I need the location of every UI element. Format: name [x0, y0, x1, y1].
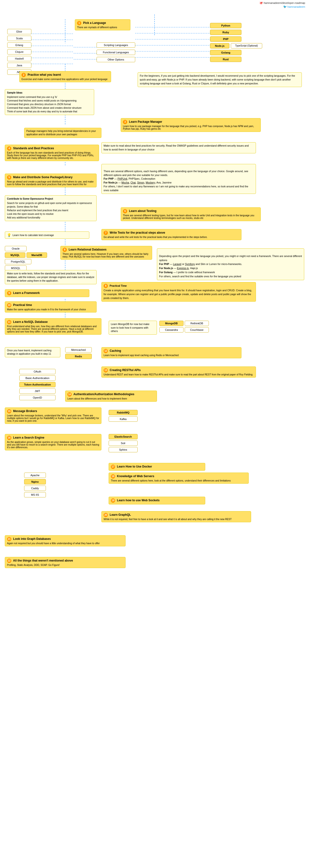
- opensource-title: Contribute to Some Opensource Project: [7, 197, 94, 200]
- step5-subtitle: Now go ahead and create a package and di…: [7, 180, 94, 186]
- step10-number: 10: [7, 303, 11, 307]
- step4-box: 4 Standards and Best Practices Each of t…: [5, 145, 99, 161]
- lang-erlang: Erlang: [7, 42, 31, 48]
- opensource-item-4: Add any additional functionality: [7, 216, 94, 219]
- step12-title: 12 Caching: [104, 349, 239, 353]
- twitter-icon: 🐦: [283, 5, 287, 8]
- step17-title: 17 Learn How to Use Docker: [111, 465, 203, 469]
- step13-number: 13: [104, 368, 108, 373]
- step9-box: 9 Learn a Framework: [5, 289, 89, 297]
- db-note: Make sure to write tests, follow the sta…: [7, 272, 94, 282]
- db-mysql: MySQL: [5, 252, 25, 258]
- step16-title: 16 Learn a Search Engine: [7, 436, 99, 440]
- step16-number: 16: [7, 436, 11, 440]
- step4-number: 4: [7, 146, 11, 151]
- db-mariadb: MariaDB: [27, 252, 47, 258]
- opensource-item-3: Look into the open issues and try to res…: [7, 212, 94, 216]
- step8-box: 8 Learn Relational Databases There are s…: [60, 246, 152, 260]
- search-sphinx: Sphinx: [109, 447, 138, 452]
- step20-number: 20: [104, 513, 108, 517]
- ws-nginx: Nginx: [24, 479, 46, 485]
- step16-box: 16 Learn a Search Engine As the applicat…: [5, 434, 102, 451]
- broker-options: RabbitMQ Kafka: [109, 410, 138, 422]
- db-note-box: Make sure to write tests, follow the sta…: [5, 270, 96, 284]
- sample-ideas-title: Sample Ideas: [7, 91, 92, 94]
- step19-title: 19 Learn how to use Web Sockets: [111, 498, 203, 503]
- step6-title: 6 Learn about Testing: [123, 209, 259, 213]
- step11-box: 11 Learn a NoSQL Database First understa…: [5, 318, 102, 335]
- step2-number: 2: [22, 73, 26, 77]
- test-coverage-note: 💡 Learn how to calculate test coverage: [5, 231, 89, 239]
- db-oracle: Oracle: [5, 246, 27, 251]
- ws-apache: Apache: [24, 472, 46, 478]
- step22-title: 22 All the things that weren't mentioned…: [7, 559, 123, 563]
- step7-box: 7 Write Tests for the practical steps ab…: [102, 229, 242, 240]
- sample-idea-4: Command that reads JSON from above and c…: [7, 106, 92, 110]
- step2-title: 2 Practice what you learnt: [22, 73, 109, 77]
- db-row-mysql: MySQL MariaDB: [5, 252, 47, 258]
- framework-text: Depending upon the project and the langu…: [159, 255, 302, 278]
- step1-box: 1 Pick a Language There are myriads of d…: [75, 19, 130, 30]
- step13-subtitle: Understand REST and learn how to make RE…: [104, 373, 254, 376]
- step15-subtitle: Learn about the message brokers, underst…: [7, 414, 99, 422]
- step3-title: 3 Learn Package Manager: [123, 120, 259, 124]
- step7-title: 7 Write Tests for the practical steps ab…: [104, 231, 239, 235]
- step7-subtitle: Go ahead and write the unit tests for th…: [104, 236, 239, 239]
- right-languages: Python Ruby PHP Node.js TypeScript (Opti…: [210, 23, 262, 62]
- sample-idea-2: Command that fetches and saves reddit po…: [7, 99, 92, 102]
- step4-subtitle: Each of the language has its own standar…: [7, 151, 97, 159]
- step11-number: 11: [7, 320, 11, 324]
- step10-title: 10 Practical time: [7, 303, 94, 307]
- auth-token: Token Authentication: [19, 382, 56, 387]
- step3-subtitle: Learn how to use package manager for the…: [123, 125, 259, 130]
- step6-box: 6 Learn about Testing There are several …: [121, 207, 261, 221]
- nosql-options: MongoDB RethinkDB Cassandra Couchbase: [159, 321, 209, 333]
- lang-ruby: Ruby: [210, 30, 242, 35]
- step15-box: 15 Message Brokers Learn about the messa…: [5, 407, 102, 424]
- step14-subtitle: Learn about the differences and how to i…: [67, 397, 155, 400]
- nosql-section: Learn MongoDB for now but make sure to l…: [109, 321, 254, 335]
- step5-title: 5 Make and Distribute Some Package/Libra…: [7, 175, 94, 180]
- practical-time-text: Create a simple application using everyt…: [104, 289, 252, 300]
- cat-functional: Functional Languages: [96, 50, 135, 55]
- step15-title: 15 Message Brokers: [7, 409, 99, 413]
- step12-number: 12: [104, 349, 108, 353]
- db-mongodb: MongoDB: [159, 321, 184, 326]
- opensource-item-1: Search for some projects on github and o…: [7, 201, 94, 209]
- practical-time-title: 8 Practical Time: [104, 284, 254, 288]
- step15-number: 15: [7, 409, 11, 413]
- lightbulb-icon: 💡: [7, 233, 11, 237]
- github-link: 🐙 hamnanadeem/developer-roadmap: [259, 1, 305, 5]
- step16-subtitle: As the application grows, simple queries…: [7, 441, 99, 449]
- step11-title: 11 Learn a NoSQL Database: [7, 320, 99, 324]
- auth-basic: Basic Authentication: [19, 375, 56, 381]
- caching-options: Memcached Redis: [65, 347, 92, 359]
- db-cassandra: Cassandra: [159, 327, 184, 333]
- step10-subtitle: Make the same application you made in 8 …: [7, 308, 94, 311]
- step20-box: 20 Learn GraphQL While it is not require…: [102, 511, 251, 522]
- search-elasticsearch: ElasticSearch: [109, 434, 138, 439]
- step20-subtitle: While it is not required, feel free to h…: [104, 518, 249, 521]
- broker-kafka: Kafka: [109, 416, 138, 422]
- auth-oauth: OAuth: [19, 369, 56, 374]
- sample-idea-1: Implement some command that you use e.g …: [7, 95, 92, 99]
- step1-number: 1: [77, 21, 81, 25]
- web-servers: Apache Nginx Caddy MS IIS: [24, 472, 46, 497]
- caching-note-box: Once you have learnt, implement caching …: [5, 347, 60, 357]
- options-text: There are several different options, eac…: [104, 170, 248, 192]
- step22-number: 22: [7, 559, 11, 563]
- db-rethinkdb: RethinkDB: [185, 321, 209, 326]
- lang-rust: Rust: [210, 57, 242, 62]
- step13-box: 13 Creating RESTful APIs Understand REST…: [102, 367, 256, 378]
- beginner-text: For the beginners, if you are just getti…: [140, 74, 295, 85]
- step6-number: 6: [123, 209, 127, 213]
- lang-java: Java: [7, 63, 31, 68]
- step21-subtitle: Again not required but you should have a…: [7, 542, 123, 545]
- lang-elixir: Elixir: [7, 29, 31, 34]
- beginner-text-box: For the beginners, if you are just getti…: [138, 72, 302, 87]
- step12-subtitle: Learn how to implement app level caching…: [104, 354, 239, 356]
- step18-subtitle: There are several different options here…: [111, 479, 247, 482]
- step3-number: 3: [123, 120, 127, 124]
- step17-number: 17: [111, 465, 115, 469]
- lang-nodejs-row: Node.js TypeScript (Optional): [210, 43, 262, 49]
